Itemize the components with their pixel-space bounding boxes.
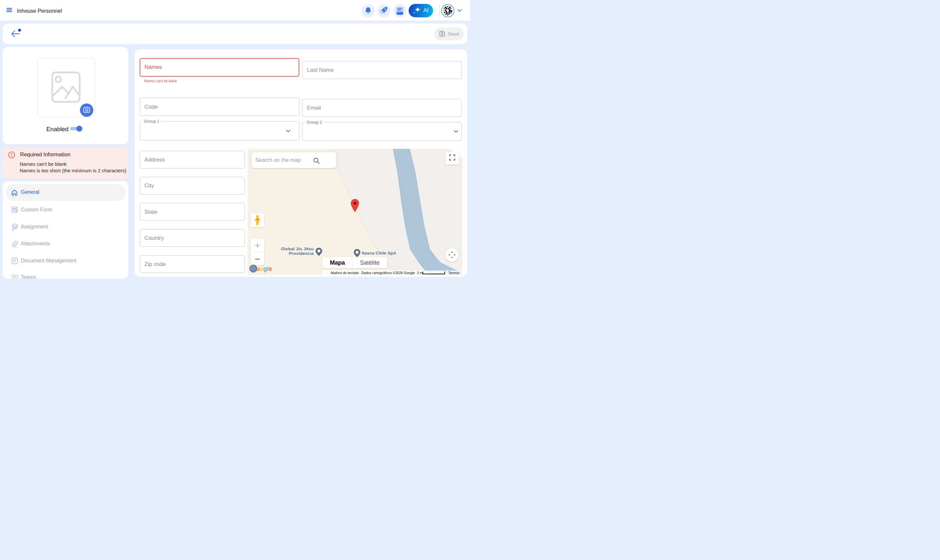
svg-text:o: o bbox=[260, 265, 263, 272]
svg-text:e: e bbox=[269, 265, 272, 272]
svg-text:g: g bbox=[263, 265, 267, 272]
svg-text:G: G bbox=[252, 265, 257, 272]
svg-text:o: o bbox=[256, 265, 260, 272]
svg-text:l: l bbox=[267, 265, 268, 272]
